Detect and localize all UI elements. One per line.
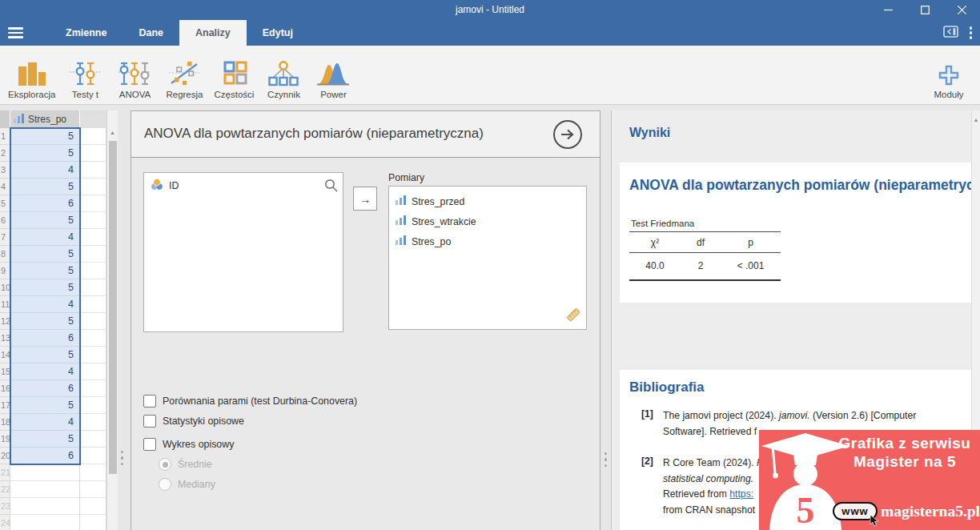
checkbox-descriptives[interactable]: Statystyki opisowe <box>143 415 357 428</box>
ribbon-item-power[interactable]: Power <box>308 46 358 104</box>
empty-cell[interactable] <box>80 179 106 195</box>
empty-cell[interactable] <box>80 296 106 313</box>
data-cell[interactable]: 6 <box>10 448 80 464</box>
empty-cell[interactable] <box>80 330 106 347</box>
data-cell[interactable]: 5 <box>10 246 80 263</box>
row-number[interactable]: 20 <box>0 448 10 464</box>
data-cell[interactable] <box>10 498 80 515</box>
tab-edytuj[interactable]: Edytuj <box>247 20 309 46</box>
row-number[interactable]: 18 <box>0 414 10 431</box>
row-number[interactable]: 9 <box>0 263 10 279</box>
row-number[interactable]: 8 <box>0 246 10 263</box>
results-scroll-up-arrow-icon[interactable]: ▲ <box>972 117 980 122</box>
collapse-panel-arrow-button[interactable] <box>553 120 582 149</box>
row-number[interactable]: 24 <box>0 515 10 530</box>
column-header-stres-po[interactable]: Stres_po <box>10 110 80 128</box>
data-cell[interactable]: 5 <box>10 128 80 145</box>
row-number[interactable]: 14 <box>0 347 10 363</box>
empty-cell[interactable] <box>80 195 106 212</box>
empty-column-header[interactable] <box>80 110 106 128</box>
data-cell[interactable]: 5 <box>10 179 80 195</box>
empty-cell[interactable] <box>80 414 106 431</box>
row-number[interactable]: 22 <box>0 481 10 498</box>
data-cell[interactable]: 5 <box>10 313 80 330</box>
empty-cell[interactable] <box>80 397 106 414</box>
data-cell[interactable]: 5 <box>10 145 80 162</box>
empty-cell[interactable] <box>80 145 106 162</box>
data-cell[interactable]: 6 <box>10 380 80 397</box>
kebab-menu-icon[interactable] <box>968 25 974 40</box>
empty-cell[interactable] <box>80 380 106 397</box>
data-cell[interactable]: 5 <box>10 263 80 279</box>
right-panel-splitter[interactable] <box>604 452 607 467</box>
hamburger-menu-icon[interactable] <box>8 27 23 38</box>
empty-cell[interactable] <box>80 279 106 296</box>
empty-cell[interactable] <box>80 448 106 464</box>
row-number[interactable]: 11 <box>0 296 10 313</box>
row-number[interactable]: 15 <box>0 363 10 380</box>
row-number[interactable]: 10 <box>0 279 10 296</box>
supplier-item-id[interactable]: ID <box>144 173 343 196</box>
data-cell[interactable]: 4 <box>10 363 80 380</box>
data-cell[interactable]: 5 <box>10 431 80 448</box>
data-cell[interactable]: 4 <box>10 162 80 179</box>
close-button[interactable] <box>943 0 980 20</box>
transfer-arrow-button[interactable]: → <box>353 187 377 211</box>
data-cell[interactable]: 5 <box>10 279 80 296</box>
empty-cell[interactable] <box>80 162 106 179</box>
row-number[interactable]: 3 <box>0 162 10 179</box>
row-number[interactable]: 4 <box>0 179 10 195</box>
measures-target-box[interactable]: Stres_przedStres_wtrakcieStres_po <box>388 186 587 330</box>
minimize-button[interactable] <box>870 0 906 20</box>
row-number[interactable]: 17 <box>0 397 10 414</box>
data-cell[interactable]: 4 <box>10 414 80 431</box>
data-cell[interactable] <box>10 515 80 530</box>
scroll-up-arrow-icon[interactable]: ▲ <box>107 130 118 135</box>
ribbon-item-frequencies[interactable]: Częstości <box>209 46 259 104</box>
empty-cell[interactable] <box>80 363 106 380</box>
row-number[interactable]: 12 <box>0 313 10 330</box>
row-number[interactable]: 19 <box>0 431 10 448</box>
ribbon-item-exploration[interactable]: Eksploracja <box>3 46 60 104</box>
tab-analizy[interactable]: Analizy <box>179 20 247 46</box>
results-panel-toggle-icon[interactable] <box>943 26 958 40</box>
search-icon[interactable] <box>324 179 338 195</box>
empty-cell[interactable] <box>80 229 106 246</box>
row-number[interactable]: 23 <box>0 498 10 515</box>
empty-cell[interactable] <box>80 431 106 448</box>
data-cell[interactable]: 4 <box>10 296 80 313</box>
row-number[interactable]: 21 <box>0 464 10 481</box>
data-cell[interactable]: 5 <box>10 397 80 414</box>
measure-item-stres_po[interactable]: Stres_po <box>389 231 586 251</box>
reference-link[interactable]: https: <box>729 488 753 500</box>
empty-cell[interactable] <box>80 212 106 229</box>
empty-cell[interactable] <box>80 246 106 263</box>
data-cell[interactable] <box>10 481 80 498</box>
left-panel-splitter[interactable] <box>121 451 123 465</box>
empty-cell[interactable] <box>80 313 106 330</box>
data-cell[interactable]: 5 <box>10 212 80 229</box>
row-number[interactable]: 2 <box>0 145 10 162</box>
measure-item-stres_wtrakcie[interactable]: Stres_wtrakcie <box>389 211 586 231</box>
row-number[interactable]: 5 <box>0 195 10 212</box>
scrollbar-thumb[interactable] <box>109 141 117 474</box>
spreadsheet-vertical-scrollbar[interactable]: ▲ <box>106 110 118 530</box>
row-number[interactable]: 7 <box>0 229 10 246</box>
ribbon-item-regression[interactable]: Regresja <box>159 46 209 104</box>
empty-cell[interactable] <box>80 481 106 498</box>
row-number[interactable]: 16 <box>0 380 10 397</box>
data-cell[interactable]: 5 <box>10 347 80 363</box>
empty-cell[interactable] <box>80 128 106 145</box>
ribbon-item-anova[interactable]: ANOVA <box>110 46 159 104</box>
ribbon-item-factor[interactable]: Czynnik <box>259 46 308 104</box>
tab-dane[interactable]: Dane <box>122 20 179 46</box>
empty-cell[interactable] <box>80 498 106 515</box>
row-number[interactable]: 13 <box>0 330 10 347</box>
checkbox-pairwise-comparisons[interactable]: Porównania parami (test Durbina-Conovera… <box>143 395 357 408</box>
modules-button[interactable]: Moduły <box>924 46 974 104</box>
empty-cell[interactable] <box>80 263 106 279</box>
checkbox-descriptive-plot[interactable]: Wykres opisowy <box>143 438 357 451</box>
empty-cell[interactable] <box>80 347 106 363</box>
variable-supplier-box[interactable]: ID <box>143 172 343 332</box>
data-cell[interactable]: 6 <box>10 330 80 347</box>
